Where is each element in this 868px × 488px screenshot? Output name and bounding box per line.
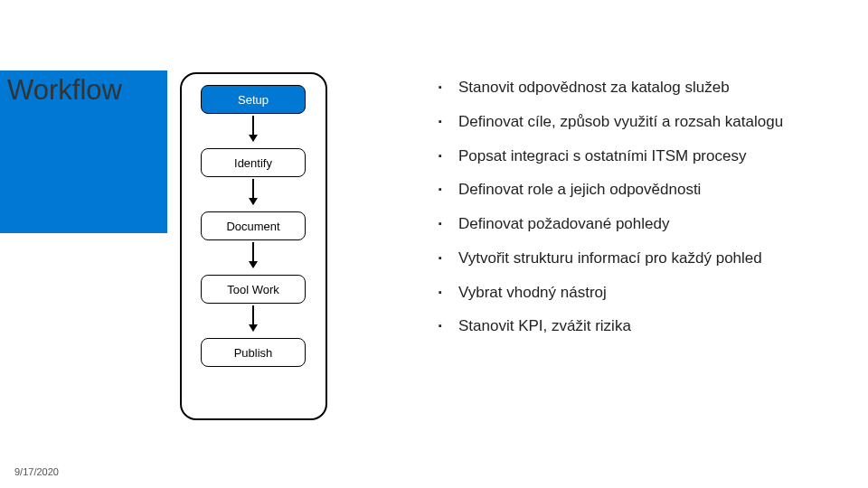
flow-step-label: Publish xyxy=(234,346,273,360)
list-item: Vytvořit strukturu informací pro každý p… xyxy=(439,249,850,267)
flow-step-identify: Identify xyxy=(201,148,306,177)
list-item: Popsat integraci s ostatními ITSM proces… xyxy=(439,146,850,165)
flow-step-label: Setup xyxy=(238,93,269,107)
flow-step-setup: Setup xyxy=(201,85,306,114)
flow-step-label: Identify xyxy=(234,156,272,170)
arrow-down-icon xyxy=(252,116,254,141)
page-title: Workflow xyxy=(7,74,122,107)
flow-step-publish: Publish xyxy=(201,338,306,367)
arrow-down-icon xyxy=(252,305,254,331)
footer-date: 9/17/2020 xyxy=(14,466,59,477)
list-item: Definovat požadované pohledy xyxy=(439,214,850,233)
list-item: Stanovit odpovědnost za katalog služeb xyxy=(439,78,850,97)
flow-step-document: Document xyxy=(201,211,306,240)
list-item: Definovat role a jejich odpovědnosti xyxy=(439,180,850,199)
flow-step-label: Tool Work xyxy=(227,283,279,296)
flow-step-label: Document xyxy=(226,220,279,233)
arrow-down-icon xyxy=(252,242,254,267)
list-item: Stanovit KPI, zvážit rizika xyxy=(439,316,850,335)
arrow-down-icon xyxy=(252,179,254,204)
list-item: Vybrat vhodný nástroj xyxy=(439,283,850,302)
flow-step-toolwork: Tool Work xyxy=(201,275,306,304)
list-item: Definovat cíle, způsob využití a rozsah … xyxy=(439,112,850,131)
bullet-list: Stanovit odpovědnost za katalog služeb D… xyxy=(439,78,850,351)
